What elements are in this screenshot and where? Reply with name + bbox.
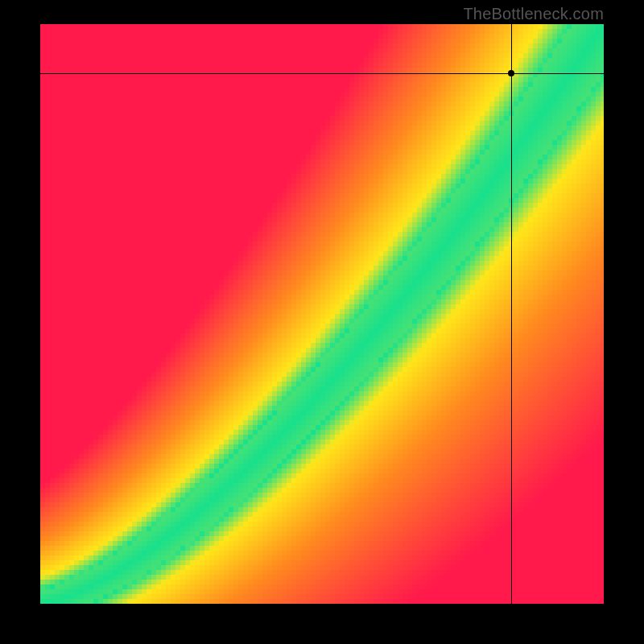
crosshair-vertical-line [511, 24, 512, 604]
heatmap-plot [40, 24, 604, 604]
crosshair-marker-dot [508, 70, 514, 76]
watermark-text: TheBottleneck.com [463, 5, 604, 23]
heatmap-canvas [40, 24, 604, 604]
chart-frame: TheBottleneck.com [0, 0, 644, 644]
crosshair-horizontal-line [40, 73, 604, 74]
